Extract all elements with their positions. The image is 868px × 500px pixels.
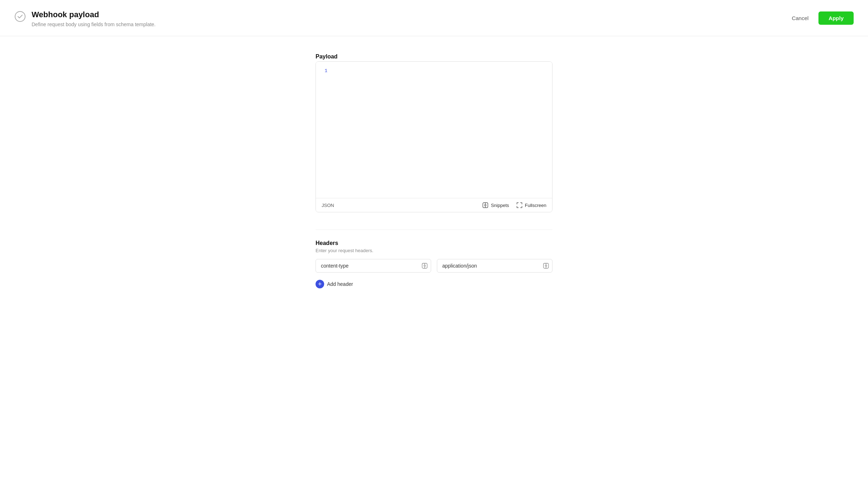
svg-point-6 <box>424 265 425 266</box>
cancel-button[interactable]: Cancel <box>786 12 815 24</box>
snippets-label: Snippets <box>491 203 509 208</box>
main-content: Payload 1 JSON <box>308 36 560 329</box>
format-label: JSON <box>322 203 482 208</box>
fullscreen-label: Fullscreen <box>525 203 546 208</box>
payload-section: Payload 1 JSON <box>316 53 552 212</box>
fullscreen-icon <box>516 202 523 208</box>
page-header: Webhook payload Define request body usin… <box>0 0 868 36</box>
add-header-button[interactable]: + Add header <box>316 278 353 290</box>
payload-textarea[interactable] <box>332 62 552 198</box>
fullscreen-button[interactable]: Fullscreen <box>516 202 546 208</box>
page-title: Webhook payload <box>32 10 156 19</box>
header-value-icon-button[interactable] <box>543 263 549 269</box>
header-value-wrapper <box>437 259 552 273</box>
headers-section: Headers Enter your request headers. <box>316 230 552 290</box>
toolbar-actions: Snippets Fullscreen <box>482 202 546 208</box>
headers-section-subtitle: Enter your request headers. <box>316 248 552 253</box>
payload-editor-container: 1 JSON <box>316 61 552 212</box>
header-actions: Cancel Apply <box>786 11 854 25</box>
line-numbers: 1 <box>316 62 332 198</box>
payload-section-title: Payload <box>316 53 552 60</box>
add-header-plus-icon: + <box>316 280 324 288</box>
headers-divider <box>316 230 552 230</box>
headers-row <box>316 259 552 273</box>
line-number-1: 1 <box>325 67 327 75</box>
payload-editor: 1 <box>316 62 552 198</box>
header-left: Webhook payload Define request body usin… <box>14 10 156 27</box>
svg-point-0 <box>15 11 25 22</box>
add-header-label: Add header <box>327 281 353 287</box>
apply-button[interactable]: Apply <box>818 11 854 25</box>
check-circle-icon <box>14 11 26 22</box>
header-key-icon-button[interactable] <box>422 263 428 269</box>
headers-section-title: Headers <box>316 240 552 246</box>
header-value-input[interactable] <box>437 259 552 273</box>
page-subtitle: Define request body using fields from sc… <box>32 22 156 27</box>
header-key-input[interactable] <box>316 259 431 273</box>
header-title-group: Webhook payload Define request body usin… <box>32 10 156 27</box>
svg-point-10 <box>545 265 547 266</box>
header-key-wrapper <box>316 259 431 273</box>
editor-toolbar: JSON Snippets <box>316 198 552 212</box>
svg-point-2 <box>485 204 486 206</box>
snippets-button[interactable]: Snippets <box>482 202 509 208</box>
snippets-icon <box>482 202 489 208</box>
